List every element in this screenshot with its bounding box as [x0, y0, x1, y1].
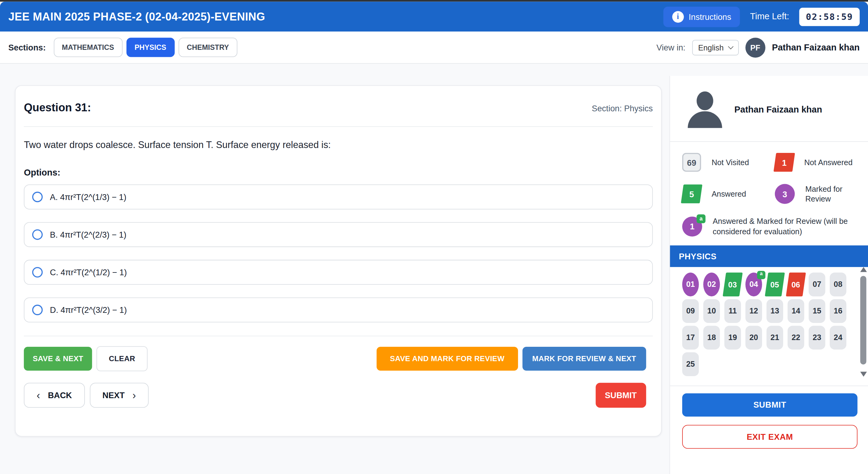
palette-question-16[interactable]: 16 [830, 299, 846, 323]
palette-question-03[interactable]: 03 [722, 272, 742, 296]
palette-question-07[interactable]: 07 [809, 272, 825, 296]
question-text: Two water drops coalesce. Surface tensio… [24, 139, 653, 150]
legend-shape-not-answered: 1 [773, 153, 795, 172]
palette-question-18[interactable]: 18 [703, 326, 720, 349]
scroll-down-icon[interactable] [860, 372, 867, 376]
divider [24, 336, 653, 336]
options-list: A. 4πr²T(2^(1/3) − 1)B. 4πr²T(2^(2/3) − … [24, 184, 653, 322]
save-next-button[interactable]: SAVE & NEXT [24, 347, 92, 371]
legend-shape-marked: 3 [775, 184, 795, 204]
legend-label: Answered [712, 189, 746, 199]
instructions-button[interactable]: i Instructions [663, 6, 740, 27]
mark-review-next-button[interactable]: MARK FOR REVIEW & NEXT [522, 347, 646, 371]
legend-count: 1 [782, 158, 786, 167]
option-text-b: B. 4πr²T(2^(2/3) − 1) [50, 230, 126, 239]
palette-question-number: 17 [686, 333, 695, 342]
option-radio-d[interactable] [32, 305, 42, 315]
palette-section-header: PHYSICS [670, 245, 868, 267]
palette-question-number: 15 [813, 306, 821, 315]
palette-question-number: 22 [792, 333, 800, 342]
profile-block: Pathan Faizaan khan [670, 76, 868, 141]
instructions-label: Instructions [689, 12, 731, 22]
palette-question-01[interactable]: 01 [682, 272, 699, 296]
palette-question-number: 24 [834, 333, 842, 342]
palette-question-12[interactable]: 12 [746, 299, 762, 323]
language-select[interactable]: English [692, 40, 739, 55]
palette-question-22[interactable]: 22 [787, 326, 804, 349]
clear-button[interactable]: CLEAR [97, 346, 148, 371]
save-mark-review-button[interactable]: SAVE AND MARK FOR REVIEW [377, 347, 518, 371]
content-area: Question 31: Section: Physics Two water … [0, 64, 868, 474]
palette-question-25[interactable]: 25 [682, 352, 699, 376]
nav-row: ‹ BACK NEXT › SUBMIT [24, 383, 653, 408]
palette-wrap: 01020304a0506070809101112131415161718192… [670, 267, 868, 378]
exam-title: JEE MAIN 2025 PHASE-2 (02-04-2025)-EVENI… [8, 10, 663, 23]
next-button[interactable]: NEXT › [90, 383, 149, 408]
question-title: Question 31: [24, 102, 91, 114]
palette-question-17[interactable]: 17 [682, 326, 699, 349]
chevron-down-icon [728, 44, 733, 49]
question-header: Question 31: Section: Physics [24, 102, 653, 114]
option-radio-c[interactable] [32, 267, 42, 277]
scroll-up-icon[interactable] [860, 267, 867, 272]
palette-question-15[interactable]: 15 [809, 299, 825, 323]
legend-shape-not-visited: 69 [682, 153, 701, 172]
palette-question-05[interactable]: 05 [765, 272, 785, 296]
palette-question-14[interactable]: 14 [787, 299, 804, 323]
palette-question-20[interactable]: 20 [746, 326, 762, 349]
palette-question-number: 01 [686, 280, 695, 289]
palette-question-number: 04 [749, 280, 758, 289]
app-header: JEE MAIN 2025 PHASE-2 (02-04-2025)-EVENI… [0, 2, 868, 32]
back-button[interactable]: ‹ BACK [24, 383, 85, 408]
palette-question-23[interactable]: 23 [809, 326, 825, 349]
palette-question-19[interactable]: 19 [724, 326, 741, 349]
user-name: Pathan Faizaan khan [772, 42, 860, 53]
option-radio-b[interactable] [32, 229, 42, 240]
palette-badge-a: a [757, 271, 766, 279]
sidebar-submit-button[interactable]: SUBMIT [682, 393, 857, 416]
option-row-b[interactable]: B. 4πr²T(2^(2/3) − 1) [24, 222, 653, 247]
submit-button[interactable]: SUBMIT [595, 383, 646, 408]
palette-question-number: 13 [771, 306, 779, 315]
question-palette: 01020304a0506070809101112131415161718192… [682, 272, 868, 376]
info-icon: i [672, 11, 684, 22]
option-radio-a[interactable] [32, 192, 42, 202]
sections-label: Sections: [8, 42, 45, 52]
profile-name: Pathan Faizaan khan [734, 105, 822, 115]
legend-count: 5 [689, 189, 694, 199]
sidebar-actions: SUBMIT EXIT EXAM [670, 386, 868, 449]
palette-question-number: 06 [792, 280, 800, 289]
legend-count: 1 [690, 222, 694, 231]
option-row-d[interactable]: D. 4πr²T(2^(3/2) − 1) [24, 298, 653, 323]
option-row-a[interactable]: A. 4πr²T(2^(1/3) − 1) [24, 184, 653, 209]
time-left-label: Time Left: [750, 12, 789, 22]
section-tab-chemistry[interactable]: CHEMISTRY [179, 38, 237, 57]
palette-question-21[interactable]: 21 [766, 326, 783, 349]
sidebar: Pathan Faizaan khan 69Not Visited1Not An… [669, 76, 868, 474]
palette-question-08[interactable]: 08 [830, 272, 846, 296]
actions-row: SAVE & NEXT CLEAR SAVE AND MARK FOR REVI… [24, 346, 653, 371]
section-tab-physics[interactable]: PHYSICS [126, 38, 175, 57]
avatar[interactable]: PF [745, 37, 765, 57]
palette-question-number: 23 [813, 333, 821, 342]
legend-label: Not Answered [804, 157, 853, 167]
palette-question-number: 19 [728, 333, 737, 342]
legend-item-not-visited: 69Not Visited [682, 153, 775, 172]
app-root: JEE MAIN 2025 PHASE-2 (02-04-2025)-EVENI… [0, 0, 868, 474]
palette-question-04[interactable]: 04a [746, 272, 762, 296]
section-tab-mathematics[interactable]: MATHEMATICS [54, 38, 122, 57]
option-row-c[interactable]: C. 4πr²T(2^(1/2) − 1) [24, 260, 653, 285]
palette-question-24[interactable]: 24 [830, 326, 846, 349]
exit-exam-button[interactable]: EXIT EXAM [682, 425, 857, 449]
palette-question-13[interactable]: 13 [766, 299, 783, 323]
back-label: BACK [48, 391, 72, 400]
palette-question-02[interactable]: 02 [703, 272, 720, 296]
palette-question-11[interactable]: 11 [724, 299, 741, 323]
options-label: Options: [24, 168, 653, 178]
palette-question-06[interactable]: 06 [786, 272, 806, 296]
palette-question-09[interactable]: 09 [682, 299, 699, 323]
palette-question-10[interactable]: 10 [703, 299, 720, 323]
palette-question-number: 02 [707, 280, 716, 289]
legend-label: Not Visited [712, 157, 749, 167]
scrollbar-thumb[interactable] [860, 276, 866, 365]
